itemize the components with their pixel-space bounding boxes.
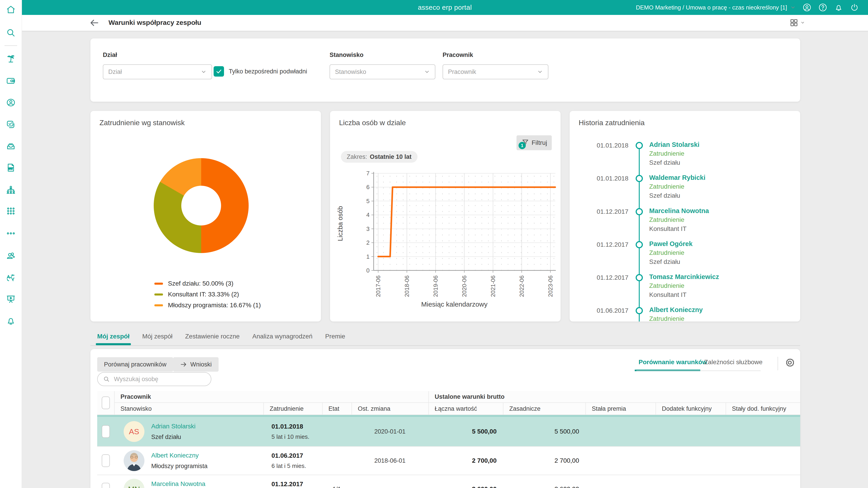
gear-icon[interactable] — [784, 357, 796, 368]
col-header-zatrudnienie[interactable]: Zatrudnienie — [264, 403, 322, 415]
col-header-stanowisko[interactable]: Stanowisko — [114, 403, 264, 415]
legend-swatch — [154, 283, 163, 285]
tab-analiza-wynagrodzen[interactable]: Analiza wynagrodzeń — [252, 331, 312, 340]
stanowisko-dropdown[interactable]: Stanowisko — [330, 64, 435, 79]
timeline-person-link[interactable]: Adrian Stolarski — [649, 141, 700, 149]
trainings-icon[interactable] — [6, 294, 16, 304]
layout-switcher[interactable] — [789, 18, 805, 27]
dashboard-grid-icon — [789, 18, 798, 27]
check-icon — [215, 68, 222, 75]
pracownik-placeholder: Pracownik — [448, 68, 476, 75]
timeline-date: 01.12.2017 — [583, 208, 628, 215]
apps-grid-icon[interactable] — [6, 206, 16, 216]
search-icon[interactable] — [6, 28, 16, 38]
col-header-stala-premia[interactable]: Stała premia — [585, 403, 655, 415]
tasks-icon[interactable] — [6, 120, 16, 130]
svg-text:2021-06: 2021-06 — [490, 275, 496, 297]
timeline-person-link[interactable]: Waldemar Rybicki — [649, 174, 706, 182]
search-person-box[interactable] — [97, 372, 211, 386]
tab-premie[interactable]: Premie — [325, 331, 345, 340]
chevron-down-icon — [790, 5, 796, 10]
legend-label: Młodszy programista: 16.67% (1) — [168, 302, 261, 309]
timeline-event: Zatrudnienie — [649, 282, 684, 289]
vat-invoices-icon[interactable]: VAT — [6, 163, 16, 173]
y-axis-label: Liczba osób — [337, 190, 344, 258]
avatar: AS — [124, 421, 145, 442]
dzial-dropdown[interactable]: Dział — [103, 64, 212, 79]
tab-zestawienie-roczne[interactable]: Zestawienie roczne — [185, 331, 240, 340]
col-header-laczna-wartosc[interactable]: Łączna wartość — [428, 403, 503, 415]
timeline-person-link[interactable]: Marcelina Nowotna — [649, 207, 709, 215]
legend-item[interactable]: Konsultant IT: 33.33% (2) — [154, 291, 239, 298]
row-checkbox[interactable] — [102, 483, 110, 488]
hire-date: 01.01.2018 — [272, 423, 322, 430]
employee-name-link[interactable]: Marcelina Nowotna — [151, 480, 206, 488]
legend-swatch — [154, 293, 163, 295]
only-direct-checkbox[interactable] — [214, 66, 224, 76]
notifications-bell-icon[interactable] — [6, 316, 16, 326]
employee-name-link[interactable]: Albert Konieczny — [151, 452, 208, 459]
table-row-albert-konieczny[interactable]: Albert Konieczny Młodszy programista 01.… — [97, 447, 800, 475]
vacations-palm-icon[interactable] — [6, 54, 16, 64]
table-row-adrian-stolarski[interactable]: AS Adrian Stolarski Szef działu 01.01.20… — [97, 415, 800, 447]
dzial-placeholder: Dział — [108, 68, 122, 75]
legend-item[interactable]: Szef działu: 50.00% (3) — [154, 280, 234, 287]
more-icon[interactable] — [6, 228, 16, 238]
timeline-person-link[interactable]: Paweł Ogórek — [649, 240, 692, 248]
user-context-menu[interactable]: DEMO Marketing / Umowa o pracę - czas ni… — [636, 4, 796, 11]
table-row-marcelina-nowotna[interactable]: MN Marcelina Nowotna Konsultant IT 01.12… — [97, 475, 800, 488]
documents-tray-icon[interactable] — [6, 141, 16, 151]
chevron-down-icon — [201, 69, 207, 75]
legend-item[interactable]: Młodszy programista: 16.67% (1) — [154, 302, 261, 309]
bell-icon[interactable] — [834, 3, 843, 12]
compare-employees-button[interactable]: Porównaj pracowników — [97, 357, 173, 372]
svg-text:2022-06: 2022-06 — [518, 275, 525, 297]
range-value: Ostatnie 10 lat — [370, 153, 412, 160]
group-header-warunki: Ustalone warunki brutto — [428, 391, 800, 403]
timeline-person-link[interactable]: Albert Konieczny — [649, 306, 703, 314]
base-value: 5 500,00 — [503, 428, 585, 435]
filtruj-button[interactable]: 1 Filtruj — [517, 135, 552, 150]
employee-name-link[interactable]: Adrian Stolarski — [151, 423, 195, 430]
account-icon[interactable] — [802, 3, 811, 12]
select-all-checkbox[interactable] — [102, 396, 110, 409]
row-checkbox[interactable] — [102, 425, 110, 438]
translations-icon[interactable] — [6, 273, 16, 283]
sidebar-divider — [4, 45, 17, 46]
tab-zaleznosci-sluzbowe[interactable]: Zależności służbowe — [704, 359, 763, 366]
legend-label: Konsultant IT: 33.33% (2) — [168, 291, 239, 298]
org-structure-icon[interactable] — [6, 185, 16, 195]
help-icon[interactable] — [818, 3, 827, 12]
tab-moj-zespol-active[interactable]: Mój zespół — [97, 331, 129, 340]
back-arrow-icon[interactable] — [90, 18, 99, 28]
search-person-input[interactable] — [114, 376, 206, 383]
col-header-etat[interactable]: Etat — [322, 403, 351, 415]
chevron-down-icon — [800, 20, 805, 25]
timeline-dot — [636, 142, 643, 149]
col-header-dodatek-funkcyjny[interactable]: Dodatek funkcyjny — [655, 403, 725, 415]
svg-text:3: 3 — [366, 225, 370, 232]
employees-table: Pracownik Ustalone warunki brutto Stanow… — [97, 391, 800, 488]
svg-text:2020-06: 2020-06 — [461, 275, 468, 297]
timeline-role: Szef działu — [649, 258, 680, 265]
col-header-ost-zmiana[interactable]: Ost. zmiana — [351, 403, 428, 415]
row-checkbox[interactable] — [102, 454, 110, 467]
employees-icon[interactable] — [6, 251, 16, 261]
wallet-icon[interactable] — [6, 76, 16, 86]
svg-text:4: 4 — [366, 212, 370, 218]
profile-icon[interactable] — [6, 98, 16, 107]
power-icon[interactable] — [850, 3, 859, 12]
tab-porownanie-warunkow[interactable]: Porównanie warunków — [639, 359, 707, 366]
col-header-staly-dod-funkcyjny[interactable]: Stały dod. funkcyjny — [725, 403, 800, 415]
tab-moj-zespol-2[interactable]: Mój zespół — [142, 331, 173, 340]
timeline-role: Konsultant IT — [649, 291, 686, 298]
wnioski-button[interactable]: Wnioski — [173, 357, 219, 372]
col-header-zasadnicze[interactable]: Zasadnicze — [503, 403, 585, 415]
timeline-person-link[interactable]: Tomasz Marcinkiewicz — [649, 273, 719, 281]
headcount-line-chart[interactable]: 012345672017-062018-062019-062020-062021… — [361, 168, 557, 306]
page-header: Warunki współpracy zespołu — [22, 15, 868, 31]
range-chip[interactable]: Zakres: Ostatnie 10 lat — [341, 151, 417, 163]
pracownik-label: Pracownik — [442, 52, 473, 59]
home-icon[interactable] — [6, 4, 16, 14]
pracownik-dropdown[interactable]: Pracownik — [442, 64, 548, 79]
